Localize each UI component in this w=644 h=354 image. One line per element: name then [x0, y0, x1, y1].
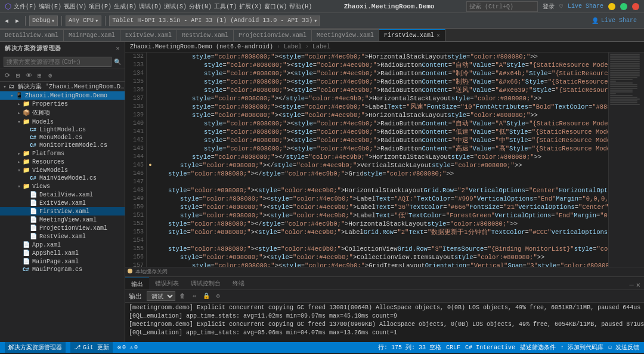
tree-item-monitormodel[interactable]: C# MonitorItemModel.cs: [0, 141, 125, 149]
tab-mainpage[interactable]: MainPage.xaml: [64, 29, 120, 41]
search-box[interactable]: 搜索 (Ctrl+Q): [466, 1, 538, 12]
code-line-151: style="color:#808080;"><style="color:#4e…: [156, 211, 606, 220]
toolbar: ◀ ▶ Debug ▾ Any CPU ▾ Tablet H-DPI 13.5i…: [0, 13, 644, 29]
window-close-button[interactable]: [632, 3, 639, 10]
cpu-dropdown[interactable]: Any CPU ▾: [66, 16, 101, 26]
tree-item-mainpage[interactable]: 📄 MainPage.xaml: [0, 257, 125, 266]
panel-tab-terminal[interactable]: 终端: [227, 278, 250, 290]
git-status[interactable]: ⎇ Git 更新: [70, 342, 113, 353]
toolbar-forward-btn[interactable]: ▶: [13, 16, 21, 26]
panel-minimize-btn[interactable]: —: [630, 281, 634, 290]
tree-item-views[interactable]: ▾ 📁 Views: [0, 182, 125, 190]
tab-projectionview[interactable]: ProjectionView.xaml: [234, 29, 312, 41]
expand-arrow-icon: ▾: [16, 183, 23, 190]
breadcrumb-label-1: Label: [284, 44, 302, 50]
menu-debug[interactable]: 调试(D): [139, 2, 162, 11]
collapse-btn[interactable]: ⊟: [13, 70, 23, 80]
menu-project[interactable]: 项目(P): [89, 2, 112, 11]
menu-build[interactable]: 生成(B): [114, 2, 137, 11]
encoding-status[interactable]: CRLF: [446, 344, 460, 351]
tab-label-exitview: ExitView.xaml: [125, 32, 172, 39]
editor-wrapper: Zhaoxi.MeetingRoom.Demo (net6.0-android)…: [125, 42, 644, 342]
panel-tab-debug[interactable]: 调试控制台: [185, 278, 227, 290]
filter-btn[interactable]: ⊞: [35, 70, 44, 80]
tree-item-exitview[interactable]: 📄 ExitView.xaml: [0, 199, 125, 207]
tree-item-dependencies[interactable]: ▸ 📦 依赖项: [0, 108, 125, 118]
device-dropdown[interactable]: Tablet H-DPI 13.5in - API 33 (1) (Androi…: [109, 16, 320, 26]
tab-detailview[interactable]: DetailView.xaml: [0, 29, 64, 41]
tree-item-platforms[interactable]: ▸ 📁 Platforms: [0, 149, 125, 158]
tree-item-project[interactable]: ▾ 📱 Zhaoxi.MeetingRoom.Demo: [0, 91, 125, 100]
tree-item-lightmodel[interactable]: C# LightModel.cs: [0, 126, 125, 134]
menu-analyze[interactable]: 分析(N): [189, 2, 212, 11]
tree-item-app[interactable]: 📄 App.xaml: [0, 241, 125, 249]
window-minimize-button[interactable]: [608, 3, 615, 10]
tree-item-solution[interactable]: ▾ 🗂 解决方案 'Zhaoxi.MeetingRoom.Demo' (1 个项…: [0, 82, 125, 91]
window-maximize-button[interactable]: [620, 3, 627, 10]
tree-item-mainviewmodel[interactable]: C# MainViewModel.cs: [0, 174, 125, 182]
code-line-141: style="color:#808080;"><style="color:#4e…: [156, 128, 606, 136]
tree-item-properties[interactable]: ▸ 📁 Properties: [0, 100, 125, 108]
show-all-btn[interactable]: 👁: [24, 70, 33, 80]
panel-tab-errors[interactable]: 错误列表: [149, 278, 185, 290]
error-num: 0: [122, 344, 126, 351]
menu-edit[interactable]: 编辑(E): [39, 2, 61, 11]
tab-firstview[interactable]: FirstView.xaml ✕: [379, 29, 445, 41]
settings-output-btn[interactable]: ⚙: [213, 291, 223, 301]
cursor-position: 行: 175 列: 33 空格: [378, 343, 441, 352]
tree-item-viewmodels[interactable]: ▾ 📁 ViewModels: [0, 166, 125, 174]
tree-item-restview[interactable]: 📄 RestView.xaml: [0, 232, 125, 241]
lock-scroll-btn[interactable]: 🔒: [202, 291, 211, 301]
code-line-134: style="color:#808080;"><style="color:#4e…: [156, 69, 606, 78]
filter-status[interactable]: 描述筛选条件: [520, 343, 556, 352]
close-panel-icon[interactable]: ✕: [116, 45, 120, 52]
file-tab-bar: DetailView.xaml MainPage.xaml ExitView.x…: [0, 29, 644, 42]
code-line-132: style="color:#808080;"><style="color:#4e…: [156, 53, 606, 61]
heart-icon[interactable]: ♡: [559, 3, 563, 10]
code-content[interactable]: style="color:#808080;"><style="color:#4e…: [154, 53, 608, 267]
title-bar-right: 搜索 (Ctrl+Q) 登录 ♡ Live Share: [466, 1, 639, 12]
menu-test[interactable]: 测试(S): [164, 2, 187, 11]
debug-config-dropdown[interactable]: Debug ▾: [29, 16, 58, 26]
warning-num: 0: [134, 344, 138, 351]
clear-output-btn[interactable]: 🗑: [178, 291, 187, 301]
solution-search-input[interactable]: [4, 57, 112, 67]
output-source-dropdown[interactable]: 调试: [147, 291, 175, 301]
menu-view[interactable]: 视图(V): [64, 2, 86, 11]
panel-close-btn[interactable]: ✕: [636, 281, 640, 290]
login-button[interactable]: 登录: [543, 2, 555, 11]
sync-btn[interactable]: ⟳: [2, 70, 12, 80]
toolbar-back-btn[interactable]: ◀: [2, 16, 11, 26]
add-to-codebase-btn[interactable]: ↑ 添加到代码库: [561, 343, 603, 352]
menu-file[interactable]: 文件(F): [14, 2, 36, 11]
tab-restview[interactable]: RestView.xaml: [177, 29, 234, 41]
menu-help[interactable]: 帮助(H): [289, 2, 312, 11]
tree-item-menumodel[interactable]: C# MenuModel.cs: [0, 134, 125, 141]
language-mode[interactable]: C# Interactive: [465, 344, 515, 351]
breadcrumb-label-2: Label: [312, 44, 330, 50]
tree-item-resources[interactable]: ▸ 📁 Resources: [0, 158, 125, 166]
tab-meetingview[interactable]: MeetingView.xaml: [312, 29, 379, 41]
tab-close-firstview[interactable]: ✕: [436, 32, 439, 39]
live-share-label[interactable]: Live Share: [601, 17, 637, 24]
menu-window[interactable]: 窗口(W): [264, 2, 287, 11]
solution-search-area: 🔍: [0, 55, 125, 69]
menu-extensions[interactable]: 扩展(X): [239, 2, 262, 11]
settings-icon[interactable]: ⚙: [45, 70, 55, 80]
tree-item-meetingview[interactable]: 📄 MeetingView.xaml: [0, 216, 125, 224]
word-wrap-btn[interactable]: ⇔: [190, 291, 199, 301]
expand-arrow-icon: ▸: [16, 101, 23, 107]
tree-item-detailview[interactable]: 📄 DetailView.xaml: [0, 190, 125, 199]
panel-tab-output[interactable]: 输出: [125, 278, 149, 290]
solution-explorer-status[interactable]: 解决方案资源管理器: [5, 342, 66, 353]
tree-item-firstview[interactable]: 📄 FirstView.xaml: [0, 207, 125, 216]
menu-tools[interactable]: 工具(T): [214, 2, 237, 11]
tab-exitview[interactable]: ExitView.xaml: [120, 29, 177, 41]
tree-item-projectionview[interactable]: 📄 ProjectionView.xaml: [0, 224, 125, 232]
tree-item-mauiprogram[interactable]: C# MauiProgram.cs: [0, 266, 125, 273]
tree-item-models[interactable]: ▾ 📁 Models: [0, 118, 125, 126]
code-line-149: style="color:#808080;"><style="color:#4e…: [156, 195, 606, 203]
tree-item-appshell[interactable]: 📄 AppShell.xaml: [0, 249, 125, 257]
feedback-btn[interactable]: ☺ 发送反馈: [608, 343, 639, 352]
live-share-button[interactable]: Live Share: [568, 3, 603, 10]
